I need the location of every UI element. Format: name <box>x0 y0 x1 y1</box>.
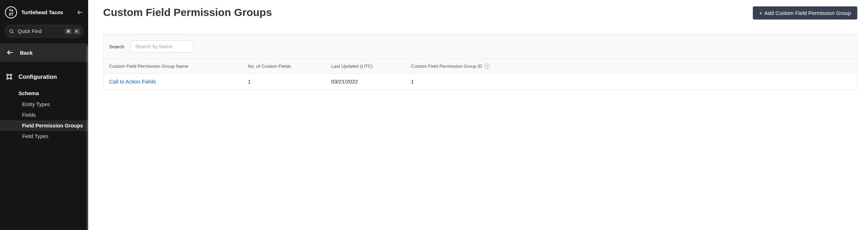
page-header: Custom Field Permission Groups + Add Cus… <box>103 6 857 20</box>
nav-fields[interactable]: Fields <box>0 110 88 120</box>
table-row: Call to Action Fields103/21/20221 <box>103 73 857 89</box>
col-header-updated: Last Updated (UTC) <box>331 64 411 69</box>
nav-field-types[interactable]: Field Types <box>0 131 88 142</box>
plus-icon: + <box>759 10 762 16</box>
search-bar: Search <box>103 34 857 59</box>
svg-line-2 <box>12 32 14 33</box>
quick-find-label: Quick Find <box>18 28 61 34</box>
quick-find[interactable]: Quick Find ⌘ K <box>4 25 84 38</box>
table-body: Call to Action Fields103/21/20221 <box>103 73 857 89</box>
quick-find-shortcut: ⌘ K <box>65 28 80 34</box>
nav-entity-types[interactable]: Entity Types <box>0 99 88 110</box>
kbd-k: K <box>74 28 80 34</box>
group-name-link[interactable]: Call to Action Fields <box>109 78 248 84</box>
col-header-id: Custom Field Permission Group ID i <box>411 64 851 69</box>
brand-name: Turtlehead Tacos <box>21 10 73 15</box>
col-header-name: Custom Field Permission Group Name <box>109 64 248 69</box>
kbd-cmd: ⌘ <box>65 28 72 34</box>
col-header-count: No. of Custom Fields <box>248 64 331 69</box>
section-header: Configuration <box>0 62 88 88</box>
table-header-row: Custom Field Permission Group Name No. o… <box>103 59 857 73</box>
back-button[interactable]: Back <box>0 43 88 62</box>
collapse-sidebar-icon[interactable] <box>77 9 83 16</box>
search-label: Search <box>109 44 124 49</box>
subsection-schema: Schema <box>0 88 88 99</box>
section-title: Configuration <box>18 73 57 80</box>
configuration-icon <box>5 72 14 81</box>
cell-id: 1 <box>411 78 851 84</box>
table-container: Search Custom Field Permission Group Nam… <box>103 34 857 90</box>
search-input[interactable] <box>131 40 193 53</box>
back-label: Back <box>20 50 33 56</box>
sidebar: Y●XT Turtlehead Tacos Quick Find ⌘ K Bac… <box>0 0 88 230</box>
brand-row: Y●XT Turtlehead Tacos <box>0 0 88 23</box>
page-title: Custom Field Permission Groups <box>103 6 272 18</box>
add-permission-group-button[interactable]: + Add Custom Field Permission Group <box>753 6 857 20</box>
cell-updated: 03/21/2022 <box>331 78 411 84</box>
add-button-label: Add Custom Field Permission Group <box>765 10 851 16</box>
search-icon <box>9 29 14 34</box>
nav-field-permission-groups[interactable]: Field Permission Groups <box>0 120 88 131</box>
main-content: Custom Field Permission Groups + Add Cus… <box>88 0 868 230</box>
col-header-id-label: Custom Field Permission Group ID <box>411 64 482 69</box>
cell-count: 1 <box>248 78 331 84</box>
back-arrow-icon <box>6 49 14 56</box>
brand-logo: Y●XT <box>5 6 17 18</box>
info-icon[interactable]: i <box>484 64 490 69</box>
